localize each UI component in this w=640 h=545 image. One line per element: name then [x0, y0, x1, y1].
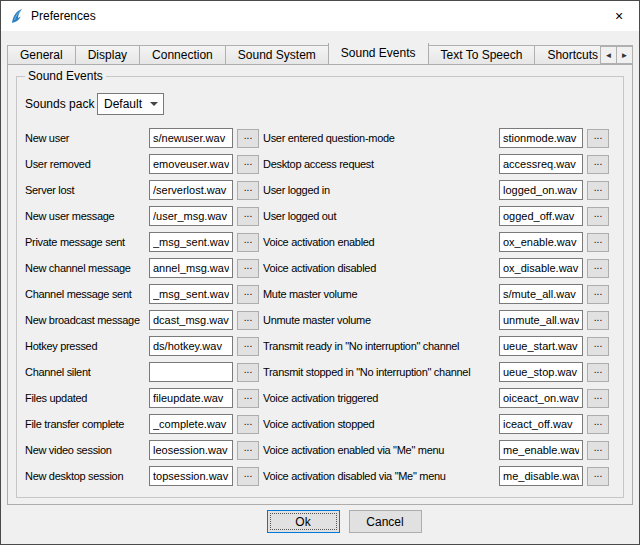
- cancel-button[interactable]: Cancel: [349, 510, 422, 533]
- sound-event-label: New user: [25, 132, 145, 144]
- tab-sound-system[interactable]: Sound System: [225, 45, 329, 64]
- tab-connection[interactable]: Connection: [139, 45, 226, 64]
- sound-file-input[interactable]: [149, 388, 233, 408]
- browse-button[interactable]: ...: [587, 415, 609, 434]
- sound-event-label: Server lost: [25, 184, 145, 196]
- groupbox-title: Sound Events: [25, 69, 106, 83]
- sound-file-input[interactable]: [499, 258, 583, 278]
- tab-bar: GeneralDisplayConnectionSound SystemSoun…: [7, 43, 633, 64]
- sound-event-label: Desktop access request: [263, 158, 495, 170]
- browse-button[interactable]: ...: [237, 155, 259, 174]
- sound-file-input[interactable]: [499, 466, 583, 486]
- sound-file-input[interactable]: [149, 206, 233, 226]
- sound-file-input[interactable]: [499, 388, 583, 408]
- sound-event-label: Transmit stopped in "No interruption" ch…: [263, 366, 495, 378]
- sound-file-input[interactable]: [499, 128, 583, 148]
- sound-event-label: User logged in: [263, 184, 495, 196]
- tab-general[interactable]: General: [7, 45, 76, 64]
- browse-button[interactable]: ...: [587, 363, 609, 382]
- sound-file-input[interactable]: [149, 232, 233, 252]
- close-icon[interactable]: ×: [599, 1, 639, 31]
- browse-button[interactable]: ...: [587, 337, 609, 356]
- sound-file-input[interactable]: [499, 362, 583, 382]
- sound-event-label: Voice activation enabled: [263, 236, 495, 248]
- sound-file-input[interactable]: [499, 180, 583, 200]
- sounds-pack-label: Sounds pack: [25, 97, 97, 111]
- sound-file-input[interactable]: [149, 362, 233, 382]
- sound-file-input[interactable]: [499, 310, 583, 330]
- sound-event-label: Voice activation disabled via "Me" menu: [263, 470, 495, 482]
- sound-file-input[interactable]: [499, 440, 583, 460]
- tab-scroll-right-icon[interactable]: ►: [616, 46, 633, 64]
- tab-text-to-speech[interactable]: Text To Speech: [428, 45, 536, 64]
- preferences-window: Preferences × GeneralDisplayConnectionSo…: [0, 0, 640, 545]
- sound-event-label: New video session: [25, 444, 145, 456]
- sound-file-input[interactable]: [149, 336, 233, 356]
- chevron-down-icon: [150, 102, 158, 106]
- browse-button[interactable]: ...: [587, 311, 609, 330]
- sound-file-input[interactable]: [149, 258, 233, 278]
- browse-button[interactable]: ...: [237, 129, 259, 148]
- sound-file-input[interactable]: [149, 414, 233, 434]
- sound-file-input[interactable]: [149, 154, 233, 174]
- sound-event-label: Transmit ready in "No interruption" chan…: [263, 340, 495, 352]
- browse-button[interactable]: ...: [587, 233, 609, 252]
- browse-button[interactable]: ...: [237, 259, 259, 278]
- browse-button[interactable]: ...: [587, 285, 609, 304]
- browse-button[interactable]: ...: [237, 467, 259, 486]
- sound-file-input[interactable]: [149, 310, 233, 330]
- tab-display[interactable]: Display: [75, 45, 140, 64]
- browse-button[interactable]: ...: [587, 259, 609, 278]
- sound-file-input[interactable]: [499, 206, 583, 226]
- sound-event-label: Voice activation disabled: [263, 262, 495, 274]
- browse-button[interactable]: ...: [587, 441, 609, 460]
- sound-event-label: Unmute master volume: [263, 314, 495, 326]
- sounds-pack-row: Sounds pack Default: [25, 93, 615, 115]
- browse-button[interactable]: ...: [237, 311, 259, 330]
- tab-sound-events[interactable]: Sound Events: [328, 43, 429, 64]
- browse-button[interactable]: ...: [587, 181, 609, 200]
- window-title: Preferences: [31, 9, 96, 23]
- sound-event-label: Voice activation enabled via "Me" menu: [263, 444, 495, 456]
- sound-event-label: User removed: [25, 158, 145, 170]
- browse-button[interactable]: ...: [237, 337, 259, 356]
- sound-event-label: Voice activation triggered: [263, 392, 495, 404]
- sound-file-input[interactable]: [149, 128, 233, 148]
- browse-button[interactable]: ...: [237, 415, 259, 434]
- sound-event-label: Files updated: [25, 392, 145, 404]
- sound-file-input[interactable]: [149, 284, 233, 304]
- sound-file-input[interactable]: [499, 154, 583, 174]
- ok-button[interactable]: Ok: [267, 510, 340, 533]
- sounds-pack-select[interactable]: Default: [97, 93, 164, 115]
- sound-events-group: Sound Events Sounds pack Default New use…: [16, 69, 624, 498]
- tab-scroll-left-icon[interactable]: ◄: [600, 46, 617, 64]
- browse-button[interactable]: ...: [237, 181, 259, 200]
- browse-button[interactable]: ...: [587, 129, 609, 148]
- sound-file-input[interactable]: [499, 284, 583, 304]
- sound-file-input[interactable]: [149, 466, 233, 486]
- sound-file-input[interactable]: [499, 336, 583, 356]
- sound-event-label: User entered question-mode: [263, 132, 495, 144]
- sound-file-input[interactable]: [499, 414, 583, 434]
- sound-events-grid: New user...User entered question-mode...…: [25, 125, 615, 489]
- browse-button[interactable]: ...: [587, 467, 609, 486]
- sound-event-label: User logged out: [263, 210, 495, 222]
- tab-content-pane: Sound Events Sounds pack Default New use…: [7, 64, 633, 505]
- sound-event-label: Private message sent: [25, 236, 145, 248]
- browse-button[interactable]: ...: [237, 389, 259, 408]
- browse-button[interactable]: ...: [587, 207, 609, 226]
- sound-file-input[interactable]: [149, 180, 233, 200]
- sound-event-label: Channel silent: [25, 366, 145, 378]
- browse-button[interactable]: ...: [587, 389, 609, 408]
- browse-button[interactable]: ...: [237, 207, 259, 226]
- browse-button[interactable]: ...: [237, 441, 259, 460]
- sounds-pack-value: Default: [104, 97, 142, 111]
- sound-file-input[interactable]: [499, 232, 583, 252]
- sound-event-label: Channel message sent: [25, 288, 145, 300]
- sound-event-label: Mute master volume: [263, 288, 495, 300]
- sound-file-input[interactable]: [149, 440, 233, 460]
- browse-button[interactable]: ...: [237, 233, 259, 252]
- browse-button[interactable]: ...: [237, 363, 259, 382]
- browse-button[interactable]: ...: [587, 155, 609, 174]
- browse-button[interactable]: ...: [237, 285, 259, 304]
